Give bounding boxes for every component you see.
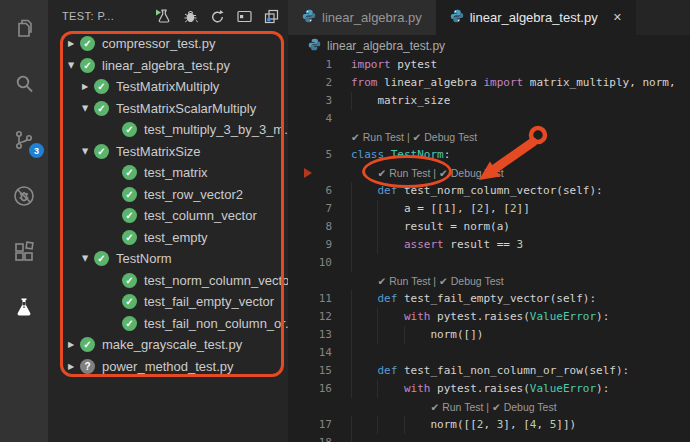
indent-guide xyxy=(377,326,403,344)
test-passed-icon: ✓ xyxy=(80,58,95,73)
close-tab-icon[interactable]: ✕ xyxy=(613,11,622,24)
debug-disabled-icon[interactable] xyxy=(11,183,37,209)
test-tree-item[interactable]: ▶✓TestMatrixScalarMultiply xyxy=(48,98,288,120)
refresh-tests-icon[interactable] xyxy=(209,8,226,25)
twisty-icon[interactable]: ▶ xyxy=(81,101,90,115)
run-all-tests-icon[interactable] xyxy=(155,8,172,25)
twisty-icon[interactable]: ▶ xyxy=(64,340,78,349)
test-tree-label: TestNorm xyxy=(116,251,172,266)
test-tree-label: TestMatrixScalarMultiply xyxy=(116,101,256,116)
testing-beaker-icon[interactable] xyxy=(11,295,37,321)
indent-guide xyxy=(351,236,377,254)
test-tree-label: make_grayscale_test.py xyxy=(102,337,242,352)
collapse-all-icon[interactable] xyxy=(263,8,280,25)
tab-label: linear_algebra.py xyxy=(322,10,422,25)
test-tree-item[interactable]: ▶✓TestMatrixMultiply xyxy=(48,76,288,98)
test-tree-item[interactable]: ▶?power_method_test.py xyxy=(48,356,288,378)
twisty-icon[interactable]: ▶ xyxy=(67,58,76,72)
code-line: 5class TestNorm: xyxy=(288,146,690,164)
run-test-link[interactable]: ✔ Run Test xyxy=(351,131,404,143)
test-passed-icon: ✓ xyxy=(80,36,95,51)
test-tree-label: test_fail_empty_vector xyxy=(144,294,274,309)
extensions-icon[interactable] xyxy=(11,239,37,265)
code-line: 18 xyxy=(288,434,690,442)
test-tree-item[interactable]: ▶✓linear_algebra_test.py xyxy=(48,55,288,77)
test-passed-icon: ✓ xyxy=(122,273,137,288)
test-passed-icon: ✓ xyxy=(80,337,95,352)
source-control-icon[interactable]: 3 xyxy=(11,127,37,153)
test-tree-item[interactable]: ✓test_row_vector2 xyxy=(48,184,288,206)
code-line: 16with pytest.raises(ValueError): xyxy=(288,380,690,398)
tab-linear-algebra-test[interactable]: linear_algebra_test.py ✕ xyxy=(436,0,636,35)
test-passed-icon: ✓ xyxy=(122,208,137,223)
code-line: 15def test_fail_non_column_or_row(self): xyxy=(288,362,690,380)
debug-test-link[interactable]: ✔ Debug Test xyxy=(413,131,478,143)
indent-guide xyxy=(351,218,377,236)
line-number: 17 xyxy=(288,416,332,434)
test-tree-label: test_column_vector xyxy=(144,208,257,223)
indent-guide xyxy=(377,308,403,326)
debug-all-tests-icon[interactable] xyxy=(182,8,199,25)
line-number: 8 xyxy=(288,218,332,236)
code-area: 1import pytest2from linear_algebra impor… xyxy=(288,56,690,442)
line-number: 9 xyxy=(288,236,332,254)
debug-test-link[interactable]: ✔ Debug Test xyxy=(439,275,504,287)
test-tree-item[interactable]: ▶✓TestNorm xyxy=(48,248,288,270)
test-tree-item[interactable]: ✓test_fail_empty_vector xyxy=(48,291,288,313)
explorer-icon[interactable] xyxy=(11,15,37,41)
twisty-icon[interactable]: ▶ xyxy=(64,39,78,48)
test-tree-label: test_norm_column_vector xyxy=(144,273,294,288)
test-tree-item[interactable]: ▶✓compressor_test.py xyxy=(48,33,288,55)
indent-guide xyxy=(404,326,430,344)
test-tree-label: compressor_test.py xyxy=(102,36,215,51)
python-file-icon xyxy=(308,38,321,54)
code-line: 12with pytest.raises(ValueError): xyxy=(288,308,690,326)
code-line: 17norm([[2, 3], [4, 5]]) xyxy=(288,416,690,434)
twisty-icon[interactable]: ▶ xyxy=(81,252,90,266)
tab-label: linear_algebra_test.py xyxy=(470,10,598,25)
search-icon[interactable] xyxy=(11,71,37,97)
code-line: 14 xyxy=(288,344,690,362)
test-tree-label: power_method_test.py xyxy=(102,359,234,374)
line-number: 7 xyxy=(288,200,332,218)
codelens-row: ✔ Run Test | ✔ Debug Test xyxy=(288,128,690,146)
indent-guide xyxy=(351,308,377,326)
code-line: 9assert result == 3 xyxy=(288,236,690,254)
indent-guide xyxy=(351,182,377,200)
twisty-icon[interactable]: ▶ xyxy=(64,362,78,371)
breadcrumb[interactable]: linear_algebra_test.py xyxy=(288,35,690,56)
line-number: 15 xyxy=(288,362,332,380)
twisty-icon[interactable]: ▶ xyxy=(81,144,90,158)
test-tree-item[interactable]: ✓test_norm_column_vector xyxy=(48,270,288,292)
test-tree-item[interactable]: ✓test_fail_non_column_or... xyxy=(48,313,288,335)
run-test-link[interactable]: ✔ Run Test xyxy=(430,401,483,413)
run-test-link[interactable]: ✔ Run Test xyxy=(377,167,430,179)
test-tree-item[interactable]: ▶✓TestMatrixSize xyxy=(48,141,288,163)
panel-header: TEST: P... xyxy=(48,0,288,32)
line-number: 1 xyxy=(288,56,332,74)
line-number: 3 xyxy=(288,92,332,110)
indent-guide xyxy=(351,380,377,398)
show-output-icon[interactable] xyxy=(236,8,253,25)
twisty-icon[interactable]: ▶ xyxy=(78,82,92,91)
activity-bar: 3 xyxy=(0,0,48,442)
debug-test-link[interactable]: ✔ Debug Test xyxy=(439,167,504,179)
test-tree-item[interactable]: ▶✓make_grayscale_test.py xyxy=(48,334,288,356)
codelens-separator: | xyxy=(430,167,439,179)
test-tree-item[interactable]: ✓test_multiply_3_by_3_m... xyxy=(48,119,288,141)
python-file-icon xyxy=(302,9,316,26)
debug-test-link[interactable]: ✔ Debug Test xyxy=(492,401,557,413)
run-test-link[interactable]: ✔ Run Test xyxy=(377,275,430,287)
test-passed-icon: ✓ xyxy=(122,294,137,309)
test-tree-item[interactable]: ✓test_empty xyxy=(48,227,288,249)
code-line: 8result = norm(a) xyxy=(288,218,690,236)
test-tree-label: TestMatrixSize xyxy=(116,144,201,159)
test-tree-item[interactable]: ✓test_matrix xyxy=(48,162,288,184)
tab-linear-algebra[interactable]: linear_algebra.py xyxy=(288,0,436,35)
test-passed-icon: ✓ xyxy=(94,144,109,159)
test-tree-label: test_empty xyxy=(144,230,208,245)
test-tree: ▶✓compressor_test.py▶✓linear_algebra_tes… xyxy=(48,33,288,377)
test-tree-item[interactable]: ✓test_column_vector xyxy=(48,205,288,227)
indent-guide xyxy=(351,416,377,434)
test-tree-label: test_matrix xyxy=(144,165,208,180)
